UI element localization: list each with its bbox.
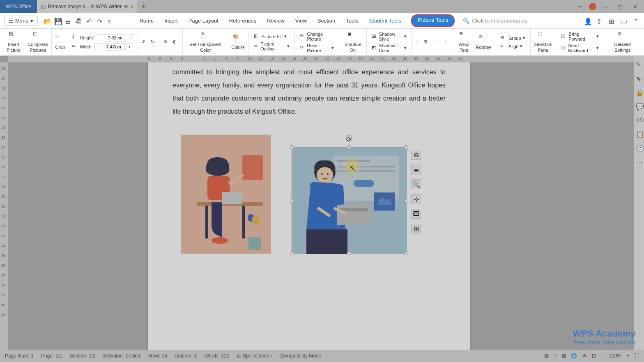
tab-section[interactable]: Section (317, 14, 336, 27)
align-button[interactable]: ≡Align▾ (499, 42, 524, 50)
status-compat-mode[interactable]: Compatibility Mode (279, 353, 321, 359)
compress-pictures-button[interactable]: ⊡ Compress Pictures (24, 29, 52, 55)
crop-button[interactable]: ⊹ Crop (52, 29, 68, 55)
vertical-ruler[interactable]: 1617181920212223242526272829303132333435… (0, 62, 8, 350)
height-input[interactable] (104, 34, 126, 41)
rotate-button[interactable]: ⟳ Rotate▾ (473, 29, 495, 55)
width-input[interactable] (103, 43, 125, 50)
reset-picture-button[interactable]: ⟳Reset Picture▾ (298, 42, 336, 54)
sidebar-more-icon[interactable]: ⋯ (636, 158, 642, 165)
resize-handle-sw[interactable] (290, 251, 294, 255)
float-tool-more[interactable]: ⊞ (411, 224, 421, 234)
image-man-laptop-selected[interactable]: ⟳ ⊖ ≣ 🔍 ⊹ 🖼 ⊞ ↖ (292, 147, 407, 254)
height-increase[interactable]: + (128, 34, 134, 41)
tab-view[interactable]: View (294, 14, 308, 27)
float-tool-replace[interactable]: 🖼 (411, 209, 421, 219)
resize-handle-ne[interactable] (404, 145, 408, 149)
zoom-out-button[interactable]: − (601, 353, 604, 359)
view-print-icon[interactable]: ▤ (544, 353, 549, 359)
open-icon[interactable]: 📂 (44, 18, 50, 24)
print-icon[interactable]: 🖨 (65, 18, 71, 24)
selection-pane-button[interactable]: ⬚ Selection Pane (531, 29, 556, 55)
send-backward-button[interactable]: ◲Send Backward▾ (559, 42, 601, 54)
minimize-button[interactable]: — (600, 4, 611, 10)
shadow-on-button[interactable]: ◼ Shadow On (339, 29, 367, 55)
transparent-color-button[interactable]: ⊘ Set Transparent Color (183, 29, 228, 55)
zoom-in-button[interactable]: + (626, 353, 629, 359)
sidebar-clipboard-icon[interactable]: 📋 (636, 131, 642, 137)
menu-button[interactable]: ☰ Menu ▾ (4, 16, 38, 26)
wrap-text-button[interactable]: ≣ Wrap Text (455, 29, 472, 55)
document-tab[interactable]: ▤ Remove image b... in WPS Writer ⟳ (37, 0, 137, 13)
sidebar-lock-icon[interactable]: 🔒 (636, 89, 642, 95)
status-page[interactable]: Page: 1/1 (41, 353, 62, 359)
tab-home[interactable]: Home (139, 14, 155, 27)
picture-fill-button[interactable]: ◧Picture Fill▾ (252, 32, 288, 41)
nudge-grid-icon[interactable]: ⊞ (423, 39, 430, 46)
float-tool-crop[interactable]: ⊹ (411, 194, 421, 204)
collapse-ribbon-icon[interactable]: ⌃ (633, 18, 640, 24)
bring-forward-button[interactable]: ◱Bring Forward▾ (559, 31, 601, 42)
status-column[interactable]: Column: 1 (175, 353, 197, 359)
view-outline-icon[interactable]: ≡ (554, 353, 557, 359)
tab-student-tools[interactable]: Student Tools (368, 14, 402, 27)
tab-tools[interactable]: Tools (345, 14, 359, 27)
new-tab-button[interactable]: + (137, 2, 150, 11)
shadow-style-button[interactable]: ◪Shadow Style▾ (370, 31, 409, 42)
picture-outline-button[interactable]: ▭Picture Outline▾ (252, 41, 291, 52)
group-button[interactable]: ⊞Group▾ (499, 34, 527, 42)
insert-picture-button[interactable]: 🖼 Insert Picture (3, 29, 24, 55)
nudge-down-icon[interactable]: ▫ (437, 39, 443, 46)
sidebar-history-icon[interactable]: 🕐 (636, 144, 642, 151)
image-woman-desk[interactable] (181, 135, 271, 254)
sidebar-edit-icon[interactable]: ✎ (636, 61, 642, 67)
tab-insert[interactable]: Insert (163, 14, 179, 27)
view-globe-icon[interactable]: 🌐 (571, 353, 577, 359)
tab-picture-tools[interactable]: Picture Tools (411, 14, 455, 27)
float-tool-layout[interactable]: ≣ (411, 165, 421, 174)
resize-handle-e[interactable] (404, 198, 408, 202)
resize-handle-n[interactable] (347, 145, 351, 149)
resize-handle-s[interactable] (347, 251, 351, 255)
rotate-left-icon[interactable]: ↺ (141, 39, 148, 46)
document-page[interactable]: committed to bringing the simplest and m… (148, 62, 470, 350)
save-icon[interactable]: 💾 (54, 18, 61, 24)
sidebar-select-icon[interactable]: ⬉ (636, 75, 642, 81)
nudge-up-icon[interactable]: ▫ (415, 39, 422, 46)
paragraph-text[interactable]: committed to bringing the simplest and m… (172, 62, 446, 118)
qat-more-icon[interactable]: ▿ (108, 18, 114, 24)
contrast-icon[interactable]: ◐ (172, 39, 179, 46)
width-decrease[interactable]: − (94, 44, 101, 50)
color-button[interactable]: 🎨 Color▾ (228, 29, 248, 55)
status-setvalue[interactable]: SetValue: 17.6cm (103, 353, 142, 359)
share-icon[interactable]: ⇪ (596, 18, 603, 24)
view-web-icon[interactable]: ▦ (561, 353, 566, 359)
zoom-level[interactable]: 100% (609, 353, 621, 359)
detailed-settings-button[interactable]: ⚙ Detailed Settings (604, 29, 641, 55)
maximize-button[interactable]: ▢ (614, 4, 626, 10)
resize-handle-nw[interactable] (290, 145, 294, 149)
user-avatar[interactable] (589, 3, 596, 10)
view-eye-icon[interactable]: 👁 (582, 353, 587, 359)
tab-review[interactable]: Review (266, 14, 285, 27)
float-tool-zoom[interactable]: 🔍 (411, 179, 421, 189)
brightness-icon[interactable]: ☀ (163, 39, 170, 46)
undo-icon[interactable]: ↶ (86, 18, 93, 24)
zoom-fit-icon[interactable]: ⊡ (592, 353, 596, 359)
rotate-right-icon[interactable]: ↻ (150, 39, 157, 46)
shadow-color-button[interactable]: ◩Shadow Color▾ (370, 42, 409, 54)
close-button[interactable]: ✕ (629, 4, 641, 10)
search-box[interactable]: 🔍 Click to find commands (463, 18, 527, 24)
height-decrease[interactable]: − (96, 34, 102, 41)
print-preview-icon[interactable]: 🖶 (76, 18, 82, 24)
account-icon[interactable]: 👤 (584, 18, 591, 24)
tab-page-layout[interactable]: Page Layout (188, 14, 219, 27)
zoom-fullscreen-icon[interactable]: ⛶ (634, 353, 639, 359)
redo-icon[interactable]: ↷ (97, 18, 104, 24)
status-spell-check[interactable]: ☑ Spell Check › (237, 353, 272, 359)
status-section[interactable]: Section: 1/1 (69, 353, 95, 359)
horizontal-ruler[interactable]: 8642246810121416182022242628303234363840… (8, 56, 634, 62)
rotate-handle[interactable]: ⟳ (346, 135, 352, 142)
tab-references[interactable]: References (228, 14, 257, 27)
feedback-icon[interactable]: ⊞ (609, 18, 615, 24)
